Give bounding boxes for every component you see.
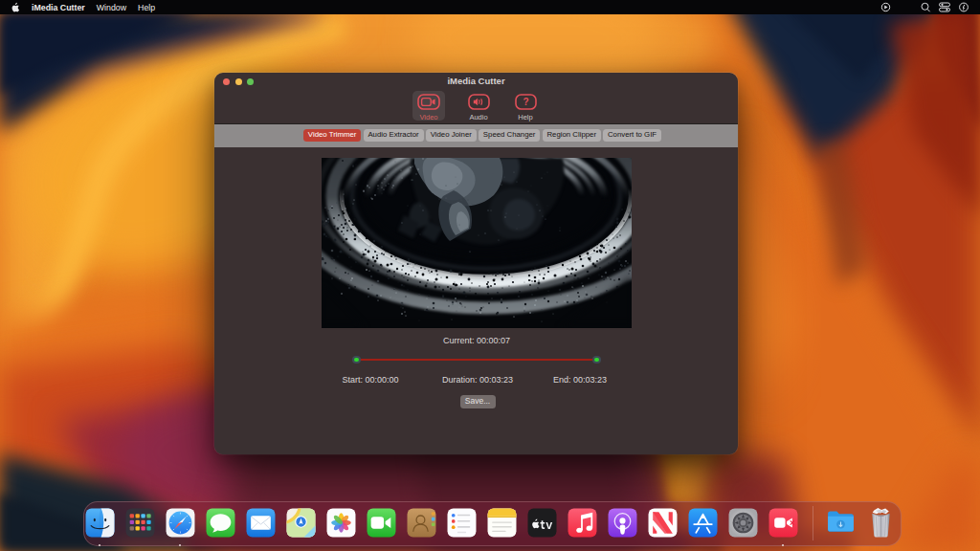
svg-text:?: ? <box>523 97 528 107</box>
